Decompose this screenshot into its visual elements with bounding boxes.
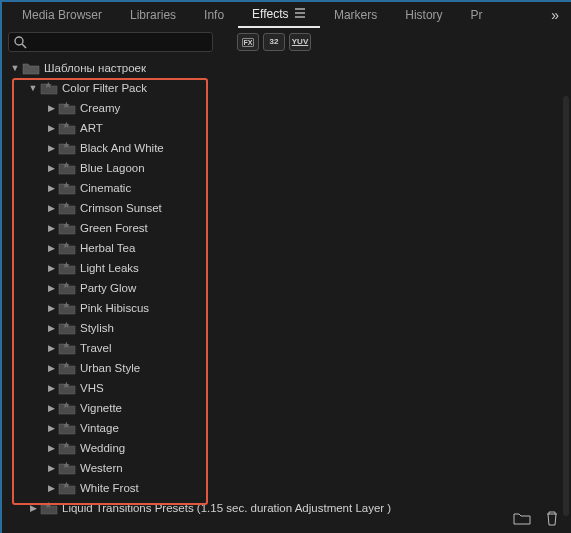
- effects-tree: ▼ Шаблоны настроек ▼ Color Filter Pack ▶…: [2, 58, 571, 518]
- vertical-scrollbar[interactable]: [563, 96, 569, 516]
- tree-row[interactable]: ▶ White Frost: [2, 478, 571, 498]
- tree-row-color-filter-pack[interactable]: ▼ Color Filter Pack: [2, 78, 571, 98]
- disclosure-triangle-icon[interactable]: ▶: [44, 423, 58, 433]
- tab-history[interactable]: History: [391, 3, 456, 27]
- tree-label: VHS: [80, 382, 104, 394]
- disclosure-triangle-icon[interactable]: ▶: [44, 203, 58, 213]
- tree-row[interactable]: ▶ Green Forest: [2, 218, 571, 238]
- tree-row[interactable]: ▶ VHS: [2, 378, 571, 398]
- tree-row[interactable]: ▶ Vignette: [2, 398, 571, 418]
- tree-row-liquid-transitions[interactable]: ▶ Liquid Transitions Presets (1.15 sec. …: [2, 498, 571, 518]
- tree-label: Wedding: [80, 442, 125, 454]
- folder-star-icon: [58, 401, 76, 415]
- tree-label: Party Glow: [80, 282, 136, 294]
- yuv-badge[interactable]: YUV: [289, 33, 311, 51]
- search-box[interactable]: [8, 32, 213, 52]
- effect-type-filters: FX 32 YUV: [237, 33, 311, 51]
- tree-label: Black And White: [80, 142, 164, 154]
- disclosure-triangle-icon[interactable]: ▶: [44, 123, 58, 133]
- tree-label: Pink Hibiscus: [80, 302, 149, 314]
- tree-row[interactable]: ▶ Pink Hibiscus: [2, 298, 571, 318]
- folder-star-icon: [58, 441, 76, 455]
- disclosure-triangle-icon[interactable]: ▶: [44, 283, 58, 293]
- folder-star-icon: [58, 261, 76, 275]
- folder-star-icon: [58, 481, 76, 495]
- tree-label: Vignette: [80, 402, 122, 414]
- tree-row[interactable]: ▶ Crimson Sunset: [2, 198, 571, 218]
- tab-info[interactable]: Info: [190, 3, 238, 27]
- tree-row[interactable]: ▶ Party Glow: [2, 278, 571, 298]
- disclosure-triangle-icon[interactable]: ▼: [26, 83, 40, 93]
- folder-star-icon: [58, 321, 76, 335]
- disclosure-triangle-icon[interactable]: ▶: [44, 223, 58, 233]
- folder-star-icon: [58, 361, 76, 375]
- tree-label: Urban Style: [80, 362, 140, 374]
- search-icon: [13, 35, 27, 49]
- tree-row[interactable]: ▶ Creamy: [2, 98, 571, 118]
- folder-star-icon: [58, 301, 76, 315]
- tree-label: Light Leaks: [80, 262, 139, 274]
- disclosure-triangle-icon[interactable]: ▶: [44, 343, 58, 353]
- disclosure-triangle-icon[interactable]: ▶: [44, 103, 58, 113]
- tree-row-presets-root[interactable]: ▼ Шаблоны настроек: [2, 58, 571, 78]
- effects-tree-container: ▼ Шаблоны настроек ▼ Color Filter Pack ▶…: [2, 56, 571, 506]
- tree-label: White Frost: [80, 482, 139, 494]
- disclosure-triangle-icon[interactable]: ▶: [44, 303, 58, 313]
- folder-star-icon: [58, 121, 76, 135]
- folder-star-icon: [58, 161, 76, 175]
- tree-label: Green Forest: [80, 222, 148, 234]
- tab-more-truncated[interactable]: Pr: [457, 3, 497, 27]
- tree-label: Blue Lagoon: [80, 162, 145, 174]
- tree-row[interactable]: ▶ Light Leaks: [2, 258, 571, 278]
- folder-star-icon: [58, 281, 76, 295]
- folder-star-icon: [40, 501, 58, 515]
- tree-row[interactable]: ▶ Vintage: [2, 418, 571, 438]
- tree-row[interactable]: ▶ Black And White: [2, 138, 571, 158]
- tab-effects-label: Effects: [252, 7, 288, 21]
- folder-star-icon: [58, 461, 76, 475]
- tab-markers[interactable]: Markers: [320, 3, 391, 27]
- disclosure-triangle-icon[interactable]: ▶: [44, 323, 58, 333]
- folder-star-icon: [58, 141, 76, 155]
- disclosure-triangle-icon[interactable]: ▶: [44, 403, 58, 413]
- tree-row[interactable]: ▶ ART: [2, 118, 571, 138]
- disclosure-triangle-icon[interactable]: ▶: [44, 163, 58, 173]
- tab-overflow-button[interactable]: »: [545, 3, 565, 27]
- disclosure-triangle-icon[interactable]: ▶: [44, 243, 58, 253]
- 32bit-badge[interactable]: 32: [263, 33, 285, 51]
- tree-row[interactable]: ▶ Western: [2, 458, 571, 478]
- disclosure-triangle-icon[interactable]: ▶: [44, 183, 58, 193]
- disclosure-triangle-icon[interactable]: ▶: [44, 483, 58, 493]
- tree-row[interactable]: ▶ Cinematic: [2, 178, 571, 198]
- panel-tab-bar: Media Browser Libraries Info Effects Mar…: [2, 2, 571, 28]
- tree-row[interactable]: ▶ Stylish: [2, 318, 571, 338]
- tree-label: Herbal Tea: [80, 242, 135, 254]
- disclosure-triangle-icon[interactable]: ▶: [44, 363, 58, 373]
- disclosure-triangle-icon[interactable]: ▶: [44, 143, 58, 153]
- folder-icon: [22, 61, 40, 75]
- folder-star-icon: [40, 81, 58, 95]
- accelerated-effects-badge[interactable]: FX: [237, 33, 259, 51]
- tree-row[interactable]: ▶ Wedding: [2, 438, 571, 458]
- folder-star-icon: [58, 101, 76, 115]
- tree-label: Creamy: [80, 102, 120, 114]
- search-input[interactable]: [27, 35, 208, 49]
- tree-label: Crimson Sunset: [80, 202, 162, 214]
- disclosure-triangle-icon[interactable]: ▶: [44, 463, 58, 473]
- tab-libraries[interactable]: Libraries: [116, 3, 190, 27]
- disclosure-triangle-icon[interactable]: ▶: [44, 443, 58, 453]
- disclosure-triangle-icon[interactable]: ▶: [44, 383, 58, 393]
- panel-menu-icon[interactable]: [294, 8, 306, 18]
- tree-row[interactable]: ▶ Travel: [2, 338, 571, 358]
- tree-row[interactable]: ▶ Herbal Tea: [2, 238, 571, 258]
- tree-label: Cinematic: [80, 182, 131, 194]
- tree-label: Шаблоны настроек: [44, 62, 146, 74]
- folder-star-icon: [58, 341, 76, 355]
- tree-row[interactable]: ▶ Urban Style: [2, 358, 571, 378]
- disclosure-triangle-icon[interactable]: ▶: [26, 503, 40, 513]
- tab-effects[interactable]: Effects: [238, 2, 320, 28]
- disclosure-triangle-icon[interactable]: ▶: [44, 263, 58, 273]
- tab-media-browser[interactable]: Media Browser: [8, 3, 116, 27]
- disclosure-triangle-icon[interactable]: ▼: [8, 63, 22, 73]
- tree-row[interactable]: ▶ Blue Lagoon: [2, 158, 571, 178]
